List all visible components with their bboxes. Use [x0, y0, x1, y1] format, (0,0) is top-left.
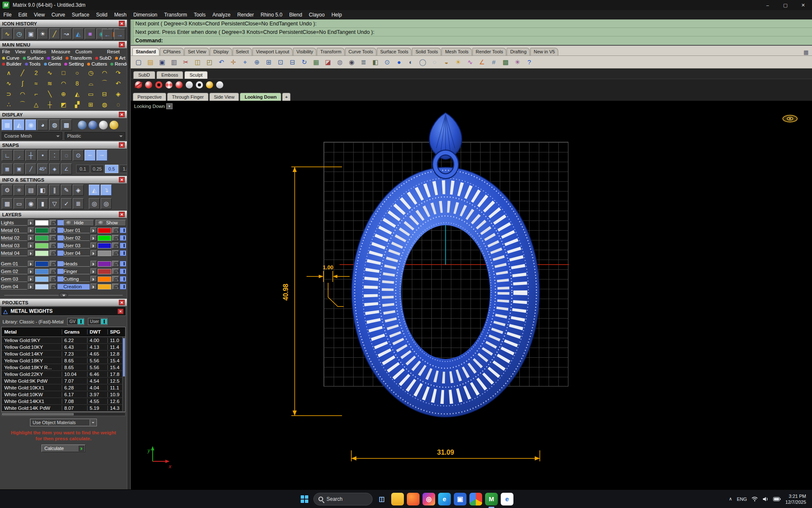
layer-name[interactable]: Gem 04 — [1, 284, 27, 290]
toolbar-icon[interactable]: ☀ — [453, 57, 464, 68]
toolbar-icon[interactable]: ∠ — [476, 57, 488, 68]
layer-name[interactable]: Lights — [1, 220, 27, 226]
toolbar-icon[interactable]: ⊡ — [275, 57, 286, 68]
snap-toggle-icon[interactable]: ╼ — [96, 150, 107, 161]
curve-tool-icon[interactable]: ⌓ — [84, 78, 97, 88]
wifi-icon[interactable] — [752, 497, 758, 502]
show-button[interactable]: Show — [96, 220, 126, 226]
info-tool-icon[interactable]: ◭ — [89, 185, 100, 196]
layer-expand-icon[interactable] — [28, 250, 34, 256]
toolbar-overflow-icon[interactable]: ▦ — [802, 49, 810, 55]
toolbar-icon[interactable]: ◰ — [204, 57, 215, 68]
layer-lock-icon[interactable] — [49, 243, 56, 248]
layer-expand-icon[interactable] — [28, 276, 34, 282]
snap-increment-button[interactable]: 0.1 — [76, 165, 90, 173]
toolbar-icon[interactable]: ◫ — [192, 57, 203, 68]
language-indicator[interactable]: ENG — [737, 497, 747, 502]
layer-expand-icon[interactable] — [28, 235, 34, 241]
sculpt-tool-icon[interactable] — [135, 81, 142, 88]
viewport-tab[interactable]: Side View — [209, 93, 239, 101]
viewport-tab[interactable]: Looking Down — [240, 93, 281, 101]
sculpt-tool-icon[interactable] — [196, 81, 203, 88]
toolbar-icon[interactable]: ◯ — [417, 57, 428, 68]
layer-lock-icon[interactable] — [49, 250, 56, 256]
layer-row[interactable]: Finger — [63, 268, 126, 275]
layer-color-swatch[interactable] — [35, 243, 49, 248]
snap-mode-icon[interactable]: ▣ — [14, 163, 25, 174]
layer-row[interactable]: Cutting — [63, 276, 126, 282]
layer-expand-icon[interactable] — [91, 235, 97, 241]
viewport-tab[interactable]: Perspective — [133, 93, 166, 101]
info-tool-icon[interactable]: ◧ — [37, 185, 48, 196]
curve-tool-icon[interactable]: ┼ — [43, 99, 56, 110]
object-materials-select[interactable]: Use Object Materials — [30, 419, 97, 426]
layer-color-swatch[interactable] — [35, 284, 49, 290]
user-toggle[interactable]: User — [88, 318, 107, 325]
viewport-title-control[interactable]: Looking Down ▾ — [134, 103, 173, 109]
main-menu-item[interactable]: Custom — [75, 49, 92, 54]
toolbar-icon[interactable]: ◍ — [334, 57, 346, 68]
sculpt-tool-icon[interactable] — [176, 81, 183, 88]
close-icon[interactable]: ✕ — [119, 21, 125, 26]
curve-tool-icon[interactable]: ◠ — [57, 78, 70, 88]
info-tool-icon[interactable]: ▭ — [14, 198, 25, 209]
layer-name[interactable]: User 04 — [63, 251, 90, 256]
category-item[interactable]: SubD — [95, 55, 112, 61]
curve-tool-icon[interactable]: ∿ — [2, 78, 15, 88]
mode-tab[interactable]: SubD — [133, 71, 155, 79]
display-mode-icon[interactable]: ▦ — [2, 119, 13, 130]
gumball-icon[interactable] — [783, 115, 797, 122]
taskbar-app-icon[interactable] — [407, 493, 420, 505]
layer-row[interactable]: Gem 02 — [1, 268, 63, 275]
curve-tool-icon[interactable]: ⌒ — [16, 99, 29, 110]
layer-expand-icon[interactable] — [28, 227, 34, 233]
curve-tool-icon[interactable]: △ — [30, 99, 43, 110]
info-tool-icon[interactable]: ∥ — [49, 185, 60, 196]
material-sphere-icon[interactable] — [110, 121, 118, 130]
taskbar-search[interactable]: Search — [313, 493, 373, 505]
add-viewport-tab-button[interactable]: + — [282, 93, 291, 101]
layer-lock-icon[interactable] — [49, 220, 56, 226]
curve-tool-icon[interactable]: ʃ — [16, 78, 29, 88]
toolbar-icon[interactable]: ◐ — [405, 57, 417, 68]
history-tool-icon[interactable]: ☀ — [37, 28, 48, 39]
calculate-button[interactable]: Calculate — [41, 444, 85, 452]
sculpt-tool-icon[interactable] — [206, 81, 213, 88]
info-tool-icon[interactable]: ✳ — [14, 185, 25, 196]
layer-visibility-toggle[interactable] — [57, 243, 63, 248]
layer-color-swatch[interactable] — [98, 269, 111, 274]
layer-expand-icon[interactable] — [91, 243, 97, 248]
close-icon[interactable]: ✕ — [119, 212, 125, 217]
layer-visibility-toggle[interactable] — [57, 235, 63, 241]
table-row[interactable]: White Gold:10KW 6.17 3.97 10.9 — [2, 391, 125, 398]
layer-visibility-toggle[interactable] — [57, 227, 63, 233]
vscroll-thumb[interactable] — [123, 338, 125, 377]
toolbar-tab[interactable]: Viewport Layout — [252, 48, 293, 55]
menu-item[interactable]: Mesh — [111, 10, 130, 19]
tray-chevron-icon[interactable]: ∧ — [729, 496, 732, 502]
layer-visibility-toggle[interactable] — [57, 250, 63, 256]
layer-lock-icon[interactable] — [112, 243, 119, 248]
toolbar-icon[interactable]: ✳ — [512, 57, 523, 68]
info-tool-icon[interactable]: ◉ — [25, 198, 36, 209]
table-row[interactable]: White Gold:10KX1 6.28 4.04 11.1 — [2, 384, 125, 391]
layer-name[interactable]: Metal 01 — [1, 228, 27, 233]
history-tool-icon[interactable]: ◷ — [14, 28, 25, 39]
toolbar-icon[interactable]: ▥ — [168, 57, 180, 68]
info-tool-icon[interactable]: ↴ — [101, 185, 112, 196]
history-tool-icon[interactable]: ■ — [85, 28, 96, 39]
volume-icon[interactable] — [763, 497, 768, 502]
table-row[interactable]: Yellow Gold:9KY 6.22 4.00 11.0 — [2, 337, 125, 344]
layer-lock-icon[interactable] — [49, 261, 56, 267]
toolbar-tab[interactable]: Set View — [184, 48, 209, 55]
snap-mode-icon[interactable]: ◈ — [49, 163, 60, 174]
curve-tool-icon[interactable]: ◠ — [98, 68, 111, 78]
menu-item[interactable]: Curve — [48, 10, 69, 19]
gv-toggle-indicator[interactable] — [77, 319, 84, 324]
curve-tool-icon[interactable]: ○ — [71, 68, 84, 78]
info-tool-icon[interactable]: ✎ — [61, 185, 72, 196]
close-icon[interactable]: ✕ — [119, 300, 125, 305]
menu-item[interactable]: Blend — [286, 10, 306, 19]
category-item[interactable]: Tools — [25, 61, 41, 66]
layer-lock-icon[interactable] — [49, 235, 56, 241]
